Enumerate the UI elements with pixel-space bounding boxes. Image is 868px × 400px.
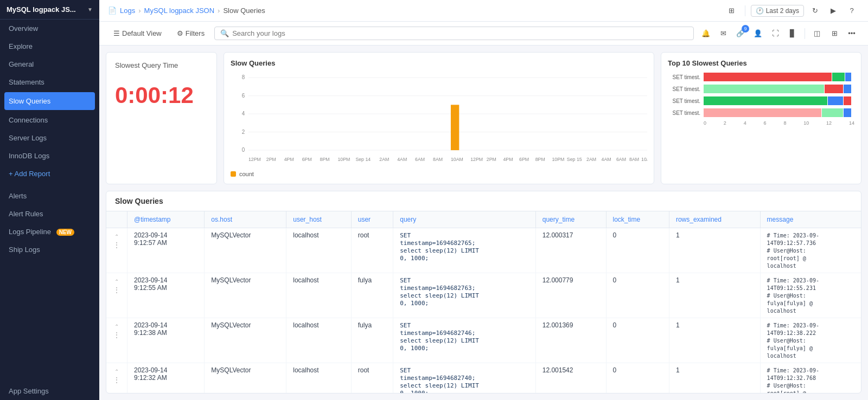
- sidebar-item-slow-queries[interactable]: Slow Queries: [4, 92, 95, 110]
- bar-seg-1-3: [845, 73, 851, 81]
- sidebar: MySQL logpack JS... ▼ Overview Explore G…: [0, 0, 99, 400]
- sidebar-item-overview[interactable]: Overview: [0, 20, 99, 37]
- breadcrumb-doc-icon: 📄: [108, 7, 117, 15]
- time-range-btn[interactable]: 🕐 Last 2 days: [751, 5, 804, 17]
- search-box[interactable]: 🔍: [214, 27, 694, 40]
- row-menu-2[interactable]: ⋮: [113, 286, 120, 294]
- breadcrumb-logs[interactable]: Logs: [120, 7, 135, 15]
- table-row: ⌃ ⋮ 2023-09-14 9:12:32 AM MySQLVector lo…: [106, 363, 861, 393]
- sidebar-item-explore[interactable]: Explore: [0, 37, 99, 55]
- chart-svg: 8 6 4 2 0 12PM 2PM 4PM 6PM 8PM 10PM: [231, 72, 647, 169]
- cell-lock-time-1: 0: [606, 228, 669, 273]
- filters-btn[interactable]: ⚙ Filters: [171, 27, 210, 40]
- row-chevron-4[interactable]: ⌃: [114, 369, 119, 375]
- time-range-label: Last 2 days: [766, 7, 799, 15]
- cell-lock-time-3: 0: [606, 318, 669, 363]
- table-section: Slow Queries @timestamp os.host user_hos…: [106, 191, 861, 393]
- bar-container-2: [704, 85, 854, 93]
- link-icon-btn[interactable]: 🔗 9: [733, 26, 748, 41]
- th-lock-time[interactable]: lock_time: [606, 211, 669, 228]
- bell-icon-btn[interactable]: 🔔: [698, 26, 713, 41]
- svg-text:8: 8: [242, 74, 245, 80]
- svg-text:10AM: 10AM: [641, 157, 647, 162]
- user-icon-btn[interactable]: 👤: [750, 26, 765, 41]
- row-actions-2: ⌃ ⋮: [113, 276, 120, 294]
- sidebar-header[interactable]: MySQL logpack JS... ▼: [0, 0, 99, 20]
- cell-rows-examined-1: 1: [669, 228, 760, 273]
- breadcrumb-source[interactable]: MySQL logpack JSON: [144, 7, 215, 15]
- table-header-row: @timestamp os.host user_host user query …: [106, 211, 861, 228]
- th-query-time[interactable]: query_time: [535, 211, 606, 228]
- row-menu-1[interactable]: ⋮: [113, 241, 120, 249]
- table-row: ⌃ ⋮ 2023-09-14 9:12:55 AM MySQLVector lo…: [106, 273, 861, 318]
- more-icon-btn[interactable]: •••: [844, 26, 859, 41]
- help-btn[interactable]: ?: [844, 3, 859, 18]
- bar-row-3: SET timest.: [668, 96, 854, 105]
- slowest-query-value: 0:00:12: [115, 82, 208, 108]
- sidebar-item-app-settings[interactable]: App Settings: [0, 382, 99, 400]
- cell-query-time-2: 12.000779: [535, 273, 606, 318]
- layout1-icon-btn[interactable]: ◫: [809, 26, 825, 41]
- cell-os-host-3: MySQLVector: [205, 318, 286, 363]
- svg-text:10PM: 10PM: [337, 157, 350, 162]
- sidebar-item-general[interactable]: General: [0, 55, 99, 73]
- top-panels: Slowest Query Time 0:00:12 Slow Queries: [106, 52, 861, 184]
- row-ctrl-2: ⌃ ⋮: [106, 273, 127, 318]
- svg-text:12PM: 12PM: [248, 157, 261, 162]
- clock-icon: 🕐: [756, 7, 764, 15]
- cell-user-3: fulya: [351, 318, 393, 363]
- row-actions-1: ⌃ ⋮: [113, 231, 120, 249]
- sidebar-item-add-report[interactable]: + Add Report: [0, 165, 99, 183]
- sidebar-item-innodb-logs[interactable]: InnoDB Logs: [0, 147, 99, 165]
- cell-query-4: SET timestamp=1694682740; select sleep(1…: [393, 363, 536, 393]
- sidebar-dropdown-icon: ▼: [87, 7, 93, 12]
- row-chevron-1[interactable]: ⌃: [114, 234, 119, 240]
- sidebar-item-ship-logs[interactable]: Ship Logs: [0, 241, 99, 259]
- sidebar-item-server-logs[interactable]: Server Logs: [0, 129, 99, 147]
- svg-text:6AM: 6AM: [616, 157, 626, 162]
- cell-query-3: SET timestamp=1694682746; select sleep(1…: [393, 318, 536, 363]
- cell-timestamp-2: 2023-09-14 9:12:55 AM: [127, 273, 205, 318]
- cell-lock-time-2: 0: [606, 273, 669, 318]
- logs-pipeline-badge: NEW: [56, 229, 74, 236]
- search-input[interactable]: [232, 29, 688, 37]
- top10-panel: Top 10 Slowest Queries SET timest. SET t…: [661, 52, 861, 184]
- sidebar-item-alerts[interactable]: Alerts: [0, 187, 99, 205]
- th-ctrl: [106, 211, 127, 228]
- row-chevron-3[interactable]: ⌃: [114, 324, 119, 330]
- bar-seg-3-2: [828, 96, 843, 105]
- cell-query-time-3: 12.001369: [535, 318, 606, 363]
- th-user[interactable]: user: [351, 211, 393, 228]
- filter-icon: ⚙: [177, 29, 183, 37]
- th-message[interactable]: message: [760, 211, 861, 228]
- default-view-btn[interactable]: ☰ Default View: [108, 27, 167, 40]
- play-btn[interactable]: ▶: [826, 3, 841, 18]
- sidebar-item-logs-pipeline[interactable]: Logs Pipeline NEW: [0, 223, 99, 241]
- row-menu-3[interactable]: ⋮: [113, 331, 120, 339]
- row-chevron-2[interactable]: ⌃: [114, 279, 119, 285]
- svg-text:4AM: 4AM: [602, 157, 611, 162]
- sidebar-item-statements[interactable]: Statements: [0, 73, 99, 91]
- sidebar-item-connections[interactable]: Connections: [0, 111, 99, 129]
- bars-icon-btn[interactable]: ▊: [785, 26, 800, 41]
- cell-query-time-4: 12.001542: [535, 363, 606, 393]
- mail-icon-btn[interactable]: ✉: [716, 26, 731, 41]
- svg-text:8AM: 8AM: [629, 157, 639, 162]
- th-query[interactable]: query: [393, 211, 536, 228]
- sidebar-item-alert-rules[interactable]: Alert Rules: [0, 205, 99, 223]
- th-rows-examined[interactable]: rows_examined: [669, 211, 760, 228]
- th-os-host[interactable]: os.host: [205, 211, 286, 228]
- apps-icon-btn[interactable]: ⊞: [724, 3, 739, 18]
- row-menu-4[interactable]: ⋮: [113, 376, 120, 384]
- svg-text:10PM: 10PM: [552, 157, 564, 162]
- layout2-icon-btn[interactable]: ⊞: [827, 26, 842, 41]
- breadcrumb-current: Slow Queries: [223, 7, 265, 15]
- expand-icon-btn[interactable]: ⛶: [768, 26, 783, 41]
- refresh-btn[interactable]: ↻: [807, 3, 822, 18]
- breadcrumb-sep2: ›: [218, 7, 220, 15]
- th-timestamp[interactable]: @timestamp: [127, 211, 205, 228]
- legend-label: count: [239, 171, 254, 177]
- topbar-right: ⊞ 🕐 Last 2 days ↻ ▶ ?: [724, 3, 859, 18]
- th-user-host[interactable]: user_host: [286, 211, 352, 228]
- bar-container-4: [704, 108, 854, 117]
